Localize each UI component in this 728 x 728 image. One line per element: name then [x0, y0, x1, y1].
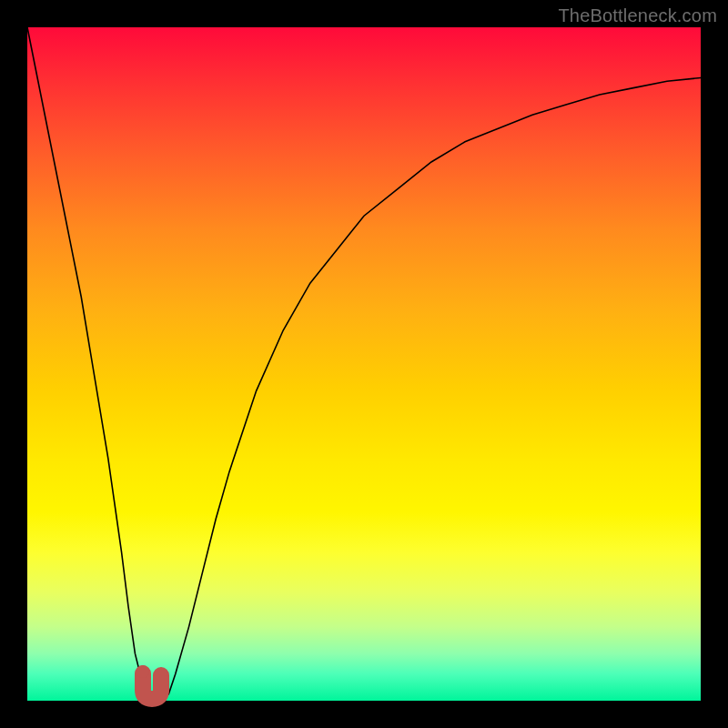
bottleneck-curve: [27, 27, 701, 701]
plot-area: [27, 27, 701, 701]
chart-frame: TheBottleneck.com: [0, 0, 728, 728]
watermark-text: TheBottleneck.com: [558, 5, 717, 26]
curve-path: [27, 27, 701, 701]
